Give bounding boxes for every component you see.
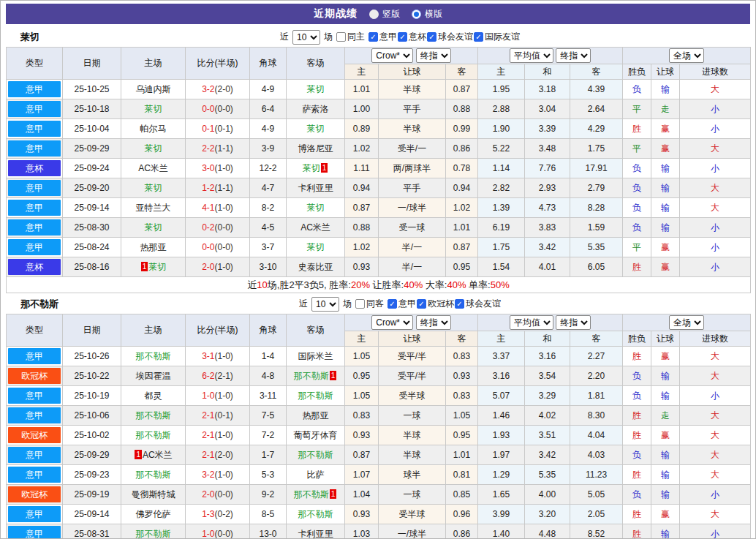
- match-date: 25-09-20: [63, 178, 121, 198]
- halftime-score: (1-0): [215, 262, 233, 272]
- team-cell-content: 亚特兰大: [136, 203, 171, 213]
- team-name-text: AC米兰: [300, 222, 330, 233]
- odds-away: 1.05: [446, 406, 478, 426]
- fulltime-score: 0-0: [202, 242, 214, 252]
- bookmaker-select[interactable]: Crow*: [371, 315, 413, 330]
- layout-radio-vertical[interactable]: 竖版: [369, 8, 400, 20]
- col-away: 客场: [287, 314, 345, 347]
- home-team: 亚特兰大: [121, 198, 186, 218]
- odds-home: 0.93: [345, 426, 379, 445]
- avg-draw: 4.01: [525, 257, 570, 277]
- result-goals: 小: [680, 119, 751, 139]
- rank-badge: 1: [330, 371, 337, 380]
- halftime-score: (1-0): [215, 391, 233, 401]
- avg-draw: 3.16: [525, 347, 570, 366]
- away-team: 博洛尼亚: [287, 139, 345, 159]
- recent-count-select[interactable]: 10: [292, 30, 320, 45]
- team-name-text: 热那亚: [303, 410, 329, 421]
- team-name-text: 那不勒斯: [136, 410, 171, 421]
- league-filter-checkbox[interactable]: ✓欧冠杯: [417, 298, 454, 310]
- league-filter-label: 国际友谊: [485, 31, 520, 43]
- odds-handicap: 半球: [379, 426, 446, 445]
- fulltime-select[interactable]: 全场: [669, 48, 704, 63]
- layout-radio-horizontal[interactable]: 横版: [412, 8, 442, 20]
- league-filter-checkbox[interactable]: ✓意甲: [368, 31, 397, 43]
- league-filter-group: ✓意甲✓欧冠杯✓球会友谊: [388, 298, 501, 310]
- result-goals: 大: [680, 505, 751, 524]
- result-wdl: 负: [623, 198, 651, 218]
- team-cell-content: 国际米兰: [298, 351, 333, 361]
- league-filter-checkbox[interactable]: ✓意杯: [398, 31, 426, 43]
- odds-away: 0.86: [446, 524, 478, 539]
- match-score: 0-0(0-0): [186, 238, 250, 257]
- match-score: 2-1(2-0): [186, 445, 250, 465]
- final-index-select[interactable]: 终指: [416, 315, 451, 330]
- checkbox-checked-icon: ✓: [427, 32, 436, 42]
- same-venue-checkbox[interactable]: 同主: [336, 31, 365, 43]
- average-select[interactable]: 平均值: [510, 48, 553, 63]
- odds-away: 0.93: [446, 366, 478, 386]
- halftime-score: (0-0): [215, 242, 233, 252]
- home-team: AC米兰: [121, 159, 186, 178]
- result-handicap: 输: [651, 386, 680, 406]
- team-name-text: 那不勒斯: [294, 489, 329, 500]
- same-venue-checkbox[interactable]: 同客: [355, 298, 384, 310]
- col-res-handicap: 让球: [651, 331, 680, 347]
- summary-text-segment: 近: [247, 279, 257, 290]
- result-handicap: 赢: [651, 119, 680, 139]
- away-team: 比萨: [287, 465, 345, 485]
- odds-handicap: 半球: [379, 119, 446, 139]
- odds-away: 0.87: [446, 80, 478, 99]
- league-filter-checkbox[interactable]: ✓球会友谊: [455, 298, 501, 310]
- league-filter-checkbox[interactable]: ✓球会友谊: [427, 31, 473, 43]
- team-cell-content: 莱切: [307, 242, 325, 252]
- team-name-text: 葡萄牙体育: [294, 430, 338, 440]
- fulltime-select[interactable]: 全场: [669, 315, 704, 330]
- odds-handicap: 平手: [379, 178, 446, 198]
- team-name-text: 莱切: [145, 183, 162, 193]
- odds-handicap: 受半/一: [379, 139, 446, 159]
- result-group-header: 全场: [623, 314, 751, 331]
- home-team: 乌迪内斯: [121, 80, 186, 99]
- home-team: 都灵: [121, 386, 186, 406]
- col-date: 日期: [63, 314, 121, 347]
- halftime-score: (1-0): [215, 163, 233, 173]
- team-cell-content: 那不勒斯: [136, 410, 171, 421]
- league-filter-checkbox[interactable]: ✓国际友谊: [474, 31, 520, 43]
- average-select[interactable]: 平均值: [510, 315, 553, 330]
- league-filter-checkbox[interactable]: ✓意甲: [388, 298, 416, 310]
- odds-away: 0.88: [446, 99, 478, 119]
- final-index-select[interactable]: 终指: [416, 48, 451, 63]
- team-cell-content: 那不勒斯: [298, 391, 333, 401]
- odds-handicap: 受一球: [379, 218, 446, 238]
- match-row: 意甲25-09-291AC米兰2-1(2-0)1-7那不勒斯0.87半球1.01…: [7, 445, 751, 465]
- team-name-text: 亚特兰大: [136, 203, 171, 213]
- result-handicap: 赢: [651, 505, 680, 524]
- avg-draw: 3.83: [525, 218, 570, 238]
- fulltime-score: 1-2: [202, 183, 214, 193]
- fulltime-score: 3-1: [202, 351, 214, 361]
- league-type-cell: 意甲: [7, 218, 63, 238]
- halftime-score: (0-0): [215, 222, 233, 233]
- recent-count-select[interactable]: 10: [311, 297, 339, 312]
- avg-home: 3.16: [478, 366, 525, 386]
- bookmaker-select[interactable]: Crow*: [371, 48, 413, 63]
- match-date: 25-09-14: [63, 198, 121, 218]
- result-goals: 大: [680, 366, 751, 386]
- odds-away: 0.99: [446, 119, 478, 139]
- final-index-select-2[interactable]: 终指: [556, 48, 591, 63]
- odds-home: 0.83: [345, 406, 379, 426]
- odds-home: 1.05: [345, 386, 379, 406]
- avg-home: 3.37: [478, 347, 525, 366]
- col-avg-draw: 和: [525, 331, 570, 347]
- league-badge: 意甲: [8, 388, 61, 404]
- avg-home: 1.54: [478, 257, 525, 277]
- home-team: 莱切: [121, 139, 186, 159]
- team-cell-content: 那不勒斯: [298, 450, 333, 460]
- avg-away: 8.30: [570, 406, 623, 426]
- match-score: 3-0(1-0): [186, 159, 250, 178]
- odds-away: 0.94: [446, 178, 478, 198]
- match-score: 2-0(1-0): [186, 257, 250, 277]
- team-name-text: 莱切: [307, 203, 325, 213]
- final-index-select-2[interactable]: 终指: [556, 315, 591, 330]
